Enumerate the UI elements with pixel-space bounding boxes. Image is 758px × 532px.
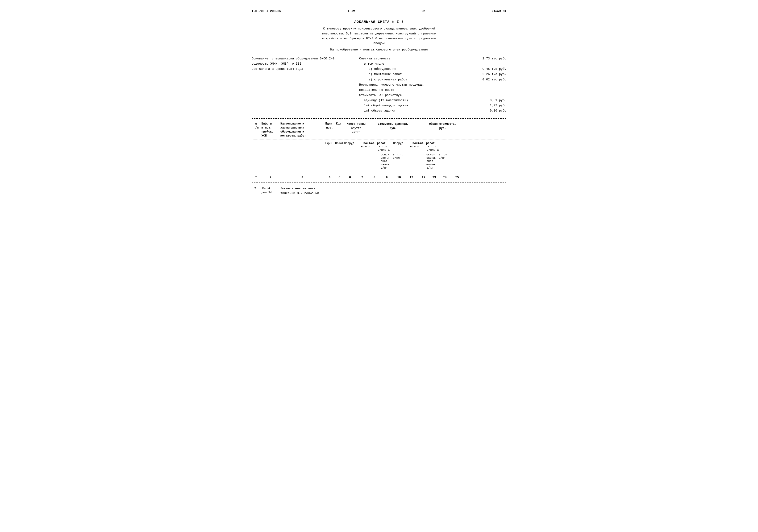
column-numbers-row: I 2 3 4 5 6 7 8 9 10 II I2 I3 I4 I5 [252, 174, 506, 181]
header-left: Т.П.705-I-208.86 [252, 10, 281, 13]
table-body: I. I5-04доп.34 Выключатель автома-тическ… [252, 185, 506, 197]
table-row: I. I5-04доп.34 Выключатель автома-тическ… [252, 185, 506, 197]
dashed-line-2 [252, 140, 506, 140]
header: Т.П.705-I-208.86 А-IV 62 21863-04 [252, 10, 506, 13]
dashed-line-1 [252, 118, 506, 118]
dashed-line-3 [252, 172, 506, 172]
page-container: Т.П.705-I-208.86 А-IV 62 21863-04 ЛОКАЛЬ… [252, 10, 506, 197]
table-header-row1: №п/п Шифр и№ поз.прейск.УСН Наименование… [252, 120, 506, 139]
title-subtitle2: На приобретение и монтаж силового электр… [252, 48, 506, 51]
title-main: ЛОКАЛЬНАЯ СМЕТА № I-5 [252, 20, 506, 24]
header-center: А-IV [348, 10, 355, 13]
info-right: Сметная стоимость 2,73 тыс.руб. в том чи… [359, 56, 506, 114]
info-section: Основание: спецификация оборудования ЭМС… [252, 56, 506, 114]
title-subtitle: К типовому проекту прирельсового склада … [252, 26, 506, 46]
sub-header-row2: осно-экспл. вная машин з/пл в т.ч. з/пл … [252, 152, 506, 170]
sub-header-row: Един. Общая Оборуд. Монтаж. работ всего … [252, 141, 506, 152]
title-section: ЛОКАЛЬНАЯ СМЕТА № I-5 К типовому проекту… [252, 20, 506, 51]
dashed-line-4 [252, 183, 506, 183]
header-doc-number: 21863-04 [492, 10, 506, 13]
header-page: 62 [422, 10, 425, 13]
info-left: Основание: спецификация оборудования ЭМС… [252, 56, 350, 114]
